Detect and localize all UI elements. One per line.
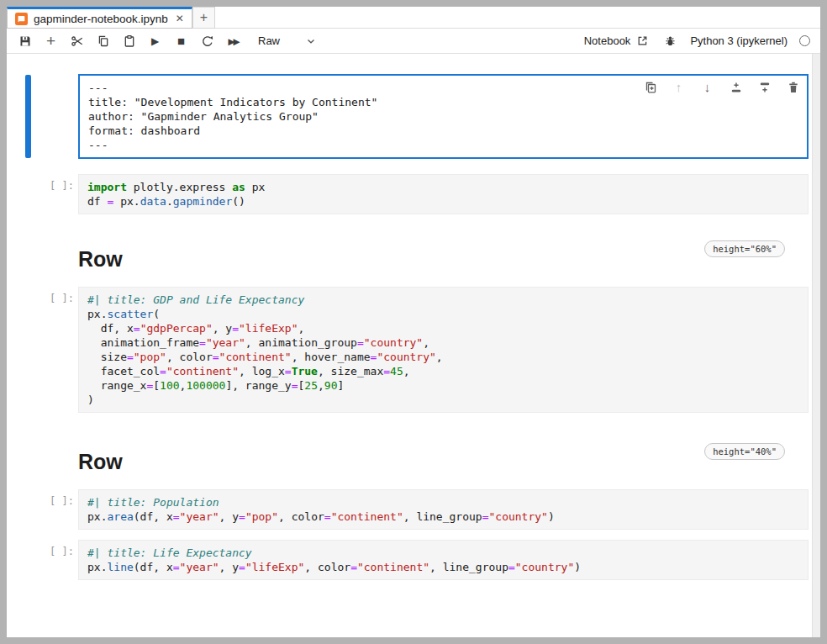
insert-cell-below-icon[interactable] — [757, 80, 772, 94]
interrupt-kernel-icon[interactable]: ■ — [168, 29, 194, 53]
code-cell-source[interactable]: #| title: Populationpx.area(df, x="year"… — [87, 495, 799, 524]
tab-title: gapminder-notebook.ipynb — [34, 13, 168, 25]
code-cell-row: [ ]: #| title: Populationpx.area(df, x="… — [7, 489, 809, 530]
insert-cell-above-icon[interactable] — [729, 80, 743, 94]
cut-cells-icon[interactable] — [64, 29, 90, 53]
raw-cell-row: ↑ ↓ ---title: "Development Indicators by… — [7, 74, 809, 159]
new-tab-button[interactable]: + — [192, 7, 215, 29]
tab-gapminder-notebook[interactable]: gapminder-notebook.ipynb ✕ — [7, 7, 192, 29]
notebook-view-label: Notebook — [584, 34, 631, 47]
code-cell-source[interactable]: import plotly.express as pxdf = px.data.… — [87, 180, 799, 209]
height-badge: height="40%" — [704, 443, 785, 460]
cell-gutter — [7, 74, 78, 159]
restart-run-all-icon[interactable]: ▶▶ — [220, 29, 246, 53]
copy-cells-icon[interactable] — [90, 29, 116, 53]
window-frame: gapminder-notebook.ipynb ✕ + + ▶ ■ — [0, 0, 827, 644]
notebook-file-icon — [15, 13, 28, 25]
cell-gutter: [ ]: — [7, 287, 78, 413]
insert-cell-icon[interactable]: + — [38, 29, 64, 53]
cell-type-value: Raw — [258, 34, 280, 47]
code-cell-row: [ ]: #| title: GDP and Life Expectancypx… — [7, 287, 809, 413]
code-cell-scatter[interactable]: #| title: GDP and Life Expectancypx.scat… — [78, 287, 809, 413]
duplicate-cell-icon[interactable] — [643, 80, 657, 94]
raw-cell-editor[interactable]: ↑ ↓ ---title: "Development Indicators by… — [78, 74, 809, 159]
restart-kernel-icon[interactable] — [194, 29, 220, 53]
scrollbar[interactable] — [812, 54, 820, 637]
cell-gutter: [ ]: — [7, 540, 78, 580]
tab-bar: gapminder-notebook.ipynb ✕ + — [7, 7, 820, 29]
notebook-view-button[interactable]: Notebook — [584, 34, 650, 47]
cell-gutter: [ ]: — [7, 489, 78, 530]
chevron-down-icon — [305, 35, 317, 47]
markdown-cell-row1[interactable]: Row height="60%" — [7, 246, 809, 272]
paste-cells-icon[interactable] — [116, 29, 142, 53]
notebook-toolbar: + ▶ ■ ▶▶ Raw Note — [7, 29, 820, 54]
cell-type-dropdown[interactable]: Raw — [253, 34, 322, 47]
code-cell-population[interactable]: #| title: Populationpx.area(df, x="year"… — [78, 489, 809, 530]
cell-collapser[interactable] — [25, 75, 31, 158]
markdown-cell-row2[interactable]: Row height="40%" — [7, 449, 809, 474]
kernel-name[interactable]: Python 3 (ipykernel) — [690, 34, 787, 47]
code-cell-imports[interactable]: import plotly.express as pxdf = px.data.… — [78, 174, 809, 214]
external-link-icon — [636, 34, 649, 47]
cell-toolbar: ↑ ↓ — [643, 80, 800, 94]
input-prompt: [ ]: — [50, 546, 74, 557]
input-prompt: [ ]: — [50, 293, 74, 304]
notebook-panel: ↑ ↓ ---title: "Development Indicators by… — [7, 54, 820, 637]
cell-gutter: [ ]: — [7, 174, 78, 214]
row-heading: Row — [78, 246, 123, 272]
code-cell-life-expectancy[interactable]: #| title: Life Expectancypx.line(df, x="… — [78, 540, 809, 580]
move-cell-up-icon[interactable]: ↑ — [672, 80, 686, 94]
code-cell-source[interactable]: #| title: Life Expectancypx.line(df, x="… — [87, 546, 799, 574]
move-cell-down-icon[interactable]: ↓ — [700, 80, 714, 94]
tab-close-icon[interactable]: ✕ — [176, 13, 184, 24]
kernel-status-icon — [799, 35, 810, 46]
code-cell-row: [ ]: import plotly.express as pxdf = px.… — [7, 174, 809, 214]
input-prompt: [ ]: — [50, 495, 74, 507]
save-icon[interactable] — [12, 29, 38, 53]
jupyterlab-window: gapminder-notebook.ipynb ✕ + + ▶ ■ — [7, 7, 820, 637]
run-cell-icon[interactable]: ▶ — [142, 29, 168, 53]
input-prompt: [ ]: — [50, 180, 74, 192]
delete-cell-icon[interactable] — [786, 80, 800, 94]
debugger-bug-icon[interactable] — [664, 34, 677, 47]
row-heading: Row — [78, 449, 123, 474]
code-cell-row: [ ]: #| title: Life Expectancypx.line(df… — [7, 540, 809, 580]
height-badge: height="60%" — [704, 240, 785, 257]
code-cell-source[interactable]: #| title: GDP and Life Expectancypx.scat… — [87, 293, 799, 407]
